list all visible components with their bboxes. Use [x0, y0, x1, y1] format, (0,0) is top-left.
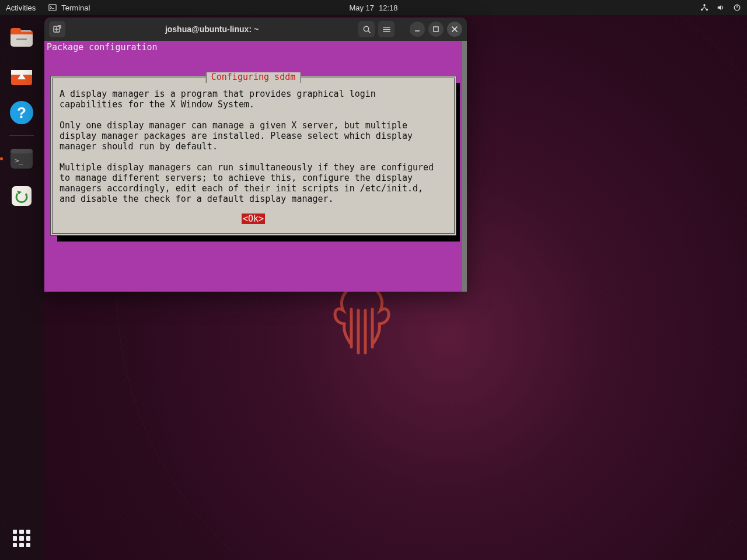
dialog-paragraph: Only one display manager can manage a gi… — [60, 120, 447, 152]
help-app-icon[interactable]: ? — [7, 98, 36, 127]
terminal-app-icon[interactable]: >_ — [7, 144, 36, 173]
app-name: Terminal — [61, 4, 90, 12]
maximize-icon — [432, 26, 439, 33]
hamburger-menu-button[interactable] — [378, 21, 395, 37]
minimize-button[interactable] — [410, 22, 425, 37]
window-titlebar[interactable]: joshua@ubuntu-linux: ~ — [44, 18, 467, 41]
debconf-dialog: Configuring sddm A display manager is a … — [50, 76, 456, 236]
svg-text:>_: >_ — [15, 157, 23, 164]
package-config-header: Package configuration — [46, 42, 461, 52]
terminal-content[interactable]: Package configuration Configuring sddm A… — [44, 41, 467, 292]
maximize-button[interactable] — [428, 22, 444, 37]
svg-rect-26 — [434, 27, 438, 32]
search-icon — [362, 25, 371, 34]
dock-separator — [9, 135, 34, 136]
dock: ? >_ — [0, 15, 43, 560]
dialog-paragraph: A display manager is a program that prov… — [60, 89, 447, 110]
dialog-title: Configuring sddm — [206, 72, 301, 83]
system-status-area[interactable] — [700, 4, 741, 12]
svg-point-5 — [703, 4, 706, 6]
files-app-icon[interactable] — [7, 23, 36, 52]
scrollbar[interactable] — [462, 41, 467, 292]
terminal-window: joshua@ubuntu-linux: ~ Package configura… — [44, 18, 467, 292]
activities-button[interactable]: Activities — [6, 4, 36, 12]
software-store-icon[interactable] — [7, 61, 36, 90]
svg-rect-12 — [11, 32, 33, 34]
svg-rect-19 — [11, 149, 33, 153]
app-indicator[interactable]: Terminal — [48, 4, 90, 12]
trash-icon[interactable] — [7, 181, 36, 211]
minimize-icon — [414, 26, 421, 33]
svg-line-24 — [368, 30, 369, 32]
window-title: joshua@ubuntu-linux: ~ — [69, 24, 355, 34]
clock[interactable]: May 17 12:18 — [349, 4, 397, 12]
close-icon — [451, 26, 458, 33]
volume-icon — [717, 4, 725, 12]
power-icon — [733, 4, 741, 12]
svg-rect-4 — [49, 5, 56, 11]
terminal-icon — [48, 4, 57, 12]
close-button[interactable] — [447, 22, 462, 37]
dialog-paragraph: Multiple display managers can run simult… — [60, 162, 447, 204]
time-label: 12:18 — [379, 4, 398, 12]
new-tab-button[interactable] — [49, 21, 65, 37]
svg-text:?: ? — [17, 104, 26, 121]
gnome-top-bar: Activities Terminal May 17 12:18 — [0, 0, 747, 15]
date-label: May 17 — [349, 4, 374, 12]
hamburger-icon — [382, 25, 391, 34]
show-applications-button[interactable] — [13, 530, 30, 547]
ok-button[interactable]: <Ok> — [242, 214, 265, 224]
search-button[interactable] — [358, 21, 375, 37]
svg-rect-13 — [16, 38, 27, 40]
network-icon — [700, 4, 708, 12]
